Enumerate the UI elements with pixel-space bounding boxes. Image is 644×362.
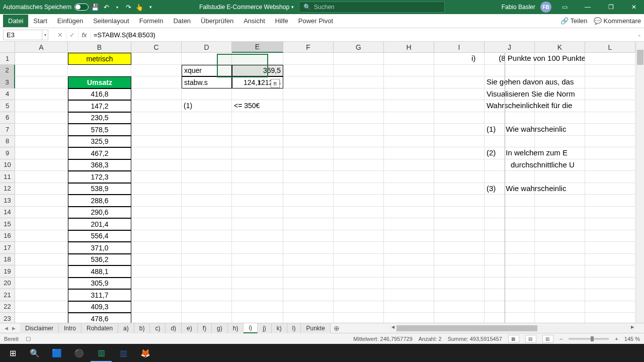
cell-J3[interactable]: Sie gehen davon aus, das <box>485 76 535 88</box>
cell-C12[interactable] <box>131 183 182 195</box>
cell-J21[interactable] <box>485 289 535 301</box>
row-header-21[interactable]: 21 <box>0 289 15 301</box>
row-header-16[interactable]: 16 <box>0 230 15 242</box>
cell-C9[interactable] <box>131 147 182 159</box>
cell-L16[interactable] <box>585 230 635 242</box>
cell-K19[interactable] <box>535 265 585 278</box>
cell-J5[interactable]: Wahrscheinlichkeit für die <box>485 100 535 112</box>
cell-C6[interactable] <box>131 112 182 124</box>
cell-E17[interactable] <box>232 242 283 254</box>
cell-G3[interactable] <box>334 76 384 88</box>
cell-L10[interactable] <box>585 159 635 171</box>
cell-H10[interactable] <box>384 159 434 171</box>
cell-A8[interactable] <box>15 136 68 148</box>
cell-B14[interactable]: 290,6 <box>68 207 131 219</box>
tab-formeln[interactable]: Formeln <box>134 15 169 27</box>
cell-B7[interactable]: 578,5 <box>68 124 131 136</box>
cell-F5[interactable] <box>283 100 334 112</box>
sheet-tab-Intro[interactable]: Intro <box>59 323 82 333</box>
sheet-tab-d[interactable]: d) <box>166 323 182 333</box>
cell-G9[interactable] <box>334 147 384 159</box>
cell-L21[interactable] <box>585 289 635 301</box>
cell-L6[interactable] <box>585 112 635 124</box>
cell-C23[interactable] <box>131 313 182 323</box>
sheet-tab-i[interactable]: i) <box>244 323 258 333</box>
cell-E7[interactable] <box>232 124 283 136</box>
search-input[interactable]: 🔍 Suchen <box>299 2 445 13</box>
row-header-18[interactable]: 18 <box>0 254 15 266</box>
cell-I5[interactable] <box>434 100 485 112</box>
col-header-E[interactable]: E <box>232 42 283 53</box>
cell-J18[interactable] <box>485 254 535 266</box>
view-page-break-icon[interactable]: ▥ <box>542 335 553 343</box>
cell-K12[interactable] <box>535 183 585 195</box>
cell-G2[interactable] <box>334 65 384 77</box>
cell-B5[interactable]: 147,2 <box>68 100 131 112</box>
insert-function-icon[interactable]: fx <box>78 30 91 40</box>
cell-C21[interactable] <box>131 289 182 301</box>
cell-I9[interactable] <box>434 147 485 159</box>
col-header-I[interactable]: I <box>434 42 485 53</box>
macro-record-icon[interactable]: ▢ <box>26 335 31 342</box>
cell-E13[interactable] <box>232 195 283 207</box>
cell-K3[interactable] <box>535 76 585 88</box>
cell-E2[interactable]: 369,5 <box>232 65 283 77</box>
row-header-19[interactable]: 19 <box>0 265 15 278</box>
tab-seitenlayout[interactable]: Seitenlayout <box>88 15 134 27</box>
zoom-level[interactable]: 145 % <box>624 336 640 342</box>
cell-D20[interactable] <box>182 278 232 290</box>
sheet-tab-l[interactable]: l) <box>287 323 301 333</box>
cell-I12[interactable] <box>434 183 485 195</box>
cell-D4[interactable] <box>182 88 232 101</box>
cell-B2[interactable] <box>68 65 131 77</box>
tab-daten[interactable]: Daten <box>168 15 196 27</box>
cell-L1[interactable] <box>585 53 635 65</box>
sheet-tab-a[interactable]: a) <box>118 323 134 333</box>
hscroll-right-icon[interactable]: ▶ <box>629 325 636 332</box>
cell-C11[interactable] <box>131 171 182 183</box>
cell-L2[interactable] <box>585 65 635 77</box>
cell-D5[interactable]: (1) <box>182 100 232 112</box>
cell-C15[interactable] <box>131 218 182 230</box>
cell-L5[interactable] <box>585 100 635 112</box>
cell-F16[interactable] <box>283 230 334 242</box>
tab-powerpivot[interactable]: Power Pivot <box>293 15 338 27</box>
col-header-C[interactable]: C <box>131 42 182 53</box>
cell-D8[interactable] <box>182 136 232 148</box>
cell-D10[interactable] <box>182 159 232 171</box>
cell-L14[interactable] <box>585 207 635 219</box>
start-button[interactable]: ⊞ <box>2 344 23 362</box>
cell-A12[interactable] <box>15 183 68 195</box>
quick-analysis-icon[interactable]: ⎘ <box>271 79 280 88</box>
cell-E12[interactable] <box>232 183 283 195</box>
cell-B9[interactable]: 467,2 <box>68 147 131 159</box>
cell-B6[interactable]: 230,5 <box>68 112 131 124</box>
cell-K15[interactable] <box>535 218 585 230</box>
cell-J23[interactable] <box>485 313 535 323</box>
cell-J14[interactable] <box>485 207 535 219</box>
cell-E20[interactable] <box>232 278 283 290</box>
cell-L18[interactable] <box>585 254 635 266</box>
cell-F12[interactable] <box>283 183 334 195</box>
cell-E18[interactable] <box>232 254 283 266</box>
cell-E8[interactable] <box>232 136 283 148</box>
cell-B16[interactable]: 556,4 <box>68 230 131 242</box>
cell-I4[interactable] <box>434 88 485 101</box>
cell-J12[interactable]: (3)Wie wahrscheinlic <box>485 183 535 195</box>
cell-G21[interactable] <box>334 289 384 301</box>
cell-H15[interactable] <box>384 218 434 230</box>
row-header-12[interactable]: 12 <box>0 183 15 195</box>
row-header-10[interactable]: 10 <box>0 159 15 171</box>
cell-H6[interactable] <box>384 112 434 124</box>
cell-L11[interactable] <box>585 171 635 183</box>
cell-J7[interactable]: (1)Wie wahrscheinlic <box>485 124 535 136</box>
tab-datei[interactable]: Datei <box>3 15 28 27</box>
cell-K5[interactable] <box>535 100 585 112</box>
cell-H5[interactable] <box>384 100 434 112</box>
cell-F7[interactable] <box>283 124 334 136</box>
cell-F19[interactable] <box>283 265 334 278</box>
cell-J9[interactable]: (2)In welchem zum E <box>485 147 535 159</box>
cell-H19[interactable] <box>384 265 434 278</box>
cell-A22[interactable] <box>15 301 68 313</box>
cell-E4[interactable] <box>232 88 283 101</box>
